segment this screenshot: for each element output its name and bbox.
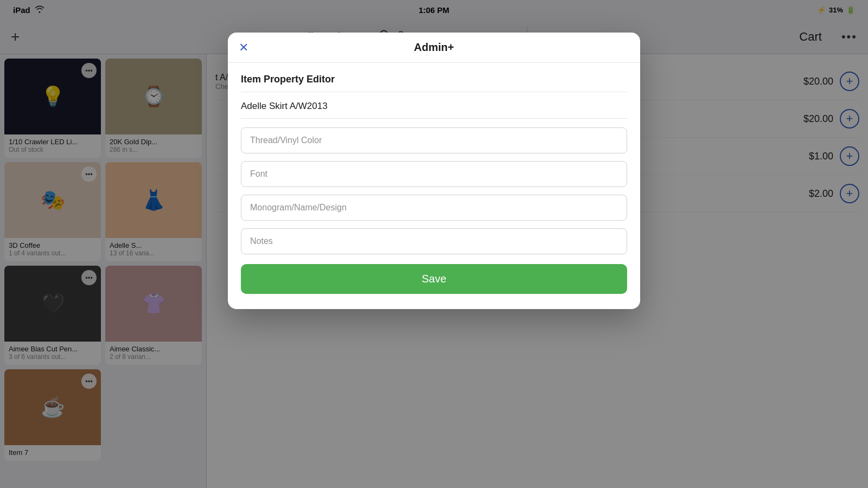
modal-header: ✕ Admin+ bbox=[228, 33, 640, 63]
monogram-name-design-input[interactable] bbox=[241, 195, 627, 221]
modal-title: Admin+ bbox=[414, 41, 454, 54]
modal-body: Item Property Editor Adelle Skirt A/W201… bbox=[228, 63, 640, 309]
modal-section-title: Item Property Editor bbox=[241, 74, 627, 85]
item-property-editor-modal: ✕ Admin+ Item Property Editor Adelle Ski… bbox=[228, 33, 640, 309]
modal-overlay: ✕ Admin+ Item Property Editor Adelle Ski… bbox=[0, 0, 868, 488]
modal-divider bbox=[241, 92, 627, 92]
modal-product-name: Adelle Skirt A/W2013 bbox=[241, 101, 627, 119]
notes-input[interactable] bbox=[241, 228, 627, 254]
modal-close-button[interactable]: ✕ bbox=[239, 41, 248, 55]
font-input[interactable] bbox=[241, 161, 627, 187]
save-button[interactable]: Save bbox=[241, 264, 627, 294]
thread-vinyl-color-input[interactable] bbox=[241, 127, 627, 153]
